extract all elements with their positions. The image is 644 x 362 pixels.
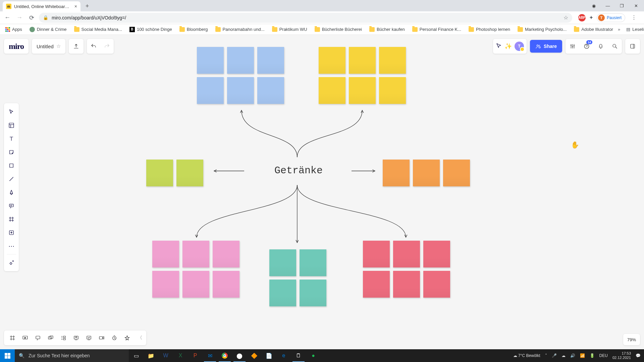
forward-button[interactable]: → [15,13,24,22]
more-tools[interactable]: ⋯ [4,239,19,253]
sticky-note-pink[interactable] [182,241,209,267]
bookmark-item[interactable]: Bücherliste Bücherei [312,25,365,33]
battery-icon[interactable]: 🔋 [590,353,595,358]
bookmark-item[interactable]: Marketing Psycholo... [515,25,569,33]
file-explorer-icon[interactable]: 📁 [144,349,158,362]
pen-tool[interactable] [4,186,19,199]
sticky-note-yellow[interactable] [349,47,376,74]
sticky-note-blue[interactable] [227,77,254,104]
sticky-note-tool[interactable] [4,145,19,159]
app-icon[interactable]: 🔶 [247,349,262,362]
task-view-icon[interactable]: ▭ [129,349,144,362]
bookmark-item[interactable]: Bloomberg [177,25,211,33]
taskbar-search[interactable]: 🔍 Zur Suche Text hier eingeben [15,349,129,362]
extensions-icon[interactable]: ✦ [589,14,593,21]
excel-icon[interactable]: X [173,349,188,362]
maximize-icon[interactable]: ❐ [615,1,629,10]
search-icon[interactable] [609,39,621,54]
frame-tool[interactable] [4,213,19,226]
language-indicator[interactable]: DEU [599,353,608,358]
tray-chevron-icon[interactable]: ˄ [545,353,547,358]
center-label[interactable]: Getränke [274,165,323,176]
sticky-note-pink[interactable] [182,271,209,298]
spotify-icon[interactable]: ● [306,349,321,362]
comments-panel-icon[interactable] [32,330,44,345]
export-button[interactable] [69,39,84,54]
sticky-note-yellow[interactable] [379,77,406,104]
undo-button[interactable] [87,39,100,54]
sticky-note-teal[interactable] [300,249,326,276]
line-tool[interactable] [4,172,19,186]
minimize-icon[interactable]: ― [601,1,614,10]
sticky-note-orange[interactable] [413,160,440,186]
sticky-note-blue[interactable] [257,47,284,74]
sticky-note-blue[interactable] [197,47,224,74]
bookmark-star-icon[interactable]: ☆ [564,14,568,21]
help-icon[interactable]: 14 [581,39,592,54]
sticky-note-blue[interactable] [227,47,254,74]
onedrive-icon[interactable]: ☁ [561,353,566,358]
app-icon[interactable]: 🗒 [291,349,306,362]
settings-icon[interactable] [567,39,578,54]
miro-logo-button[interactable]: miro [4,39,29,54]
bookmark-item[interactable]: Social Media Mana... [71,25,125,33]
account-circle-icon[interactable]: ◉ [587,1,600,10]
sticky-note-blue[interactable] [197,77,224,104]
presentation-icon[interactable] [19,330,32,345]
reload-button[interactable]: ⟳ [27,13,36,22]
bookmark-item[interactable]: Adobe Illustrator [571,25,616,33]
bookmark-item[interactable]: Bücher kaufen [367,25,408,33]
bookmark-item[interactable]: Dinner & Crime [27,25,69,34]
browser-tab[interactable]: m Untitled, Online Whiteboard for × [3,1,80,11]
sticky-note-blue[interactable] [257,77,284,104]
sticky-note-red[interactable] [363,271,390,298]
text-tool[interactable] [4,132,19,145]
templates-tool[interactable] [4,119,19,132]
sticky-note-teal[interactable] [300,280,326,306]
sticky-note-green[interactable] [176,160,203,186]
timer-icon[interactable] [108,330,121,345]
sticky-note-yellow[interactable] [319,47,345,74]
sticky-note-yellow[interactable] [349,77,376,104]
sticky-note-yellow[interactable] [319,77,345,104]
zoom-indicator[interactable]: 79% [623,334,640,345]
favorite-star-icon[interactable]: ☆ [56,43,61,49]
volume-icon[interactable]: 🔊 [570,353,575,358]
word-icon[interactable]: W [158,349,173,362]
activity-panel-icon[interactable] [625,39,640,54]
sticky-note-orange[interactable] [383,160,410,186]
edge-icon[interactable]: e [276,349,291,362]
reading-list-button[interactable]: ▤ Leseliste [624,25,644,33]
collapse-toolbar-icon[interactable]: 《 [136,335,144,341]
apps-tool[interactable] [4,256,19,269]
notepad-icon[interactable]: 📄 [262,349,276,362]
screen-share-icon[interactable] [70,330,83,345]
sticky-note-red[interactable] [393,241,420,267]
close-tab-icon[interactable]: × [74,4,77,9]
chrome-icon[interactable] [217,349,232,362]
bell-icon[interactable] [595,39,606,54]
apps-button[interactable]: Apps [3,25,25,33]
sticky-note-green[interactable] [146,160,173,186]
miro-canvas[interactable]: Getränke ✋ [0,35,644,349]
sticky-note-pink[interactable] [213,271,239,298]
sticky-note-pink[interactable] [152,241,179,267]
share-button[interactable]: Share [530,40,562,53]
system-clock[interactable]: 17:53 02.12.2021 [612,351,631,360]
sticky-note-orange[interactable] [443,160,470,186]
chat-icon[interactable] [57,330,70,345]
bookmark-item[interactable]: Praktikum WU [269,25,310,33]
bookmark-item[interactable]: Photoshop lernen [466,25,513,33]
shape-tool[interactable] [4,159,19,172]
select-tool[interactable] [4,105,19,119]
action-center-icon[interactable]: 💬 [636,353,641,358]
sticky-note-pink[interactable] [152,271,179,298]
bookmark-item[interactable]: B100 schöne Dinge [127,25,175,34]
url-input[interactable]: 🔒 miro.com/app/board/uXjVOdol9yg=/ ☆ [39,13,572,23]
sticky-note-red[interactable] [393,271,420,298]
sticky-note-yellow[interactable] [379,47,406,74]
back-button[interactable]: ← [3,13,12,22]
upload-tool[interactable] [4,226,19,239]
close-window-icon[interactable]: ✕ [629,1,643,10]
overflow-bookmarks-icon[interactable]: » [618,27,620,32]
